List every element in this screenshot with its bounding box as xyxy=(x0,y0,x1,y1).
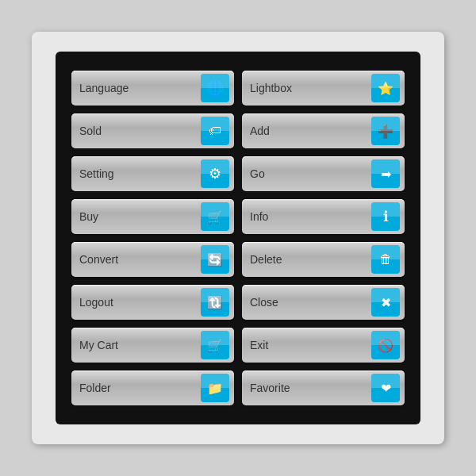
btn-favorite[interactable]: Favorite xyxy=(242,370,405,405)
label-buy: Buy xyxy=(79,210,201,223)
btn-go[interactable]: Go xyxy=(242,156,405,191)
icon-logout xyxy=(201,288,229,317)
label-add: Add xyxy=(250,125,371,137)
btn-logout[interactable]: Logout xyxy=(71,285,234,320)
icon-info xyxy=(371,202,400,231)
label-delete: Delete xyxy=(250,253,371,266)
icon-mycart xyxy=(201,331,229,359)
btn-convert[interactable]: Convert xyxy=(71,242,234,277)
label-info: Info xyxy=(250,210,371,223)
label-go: Go xyxy=(250,167,371,180)
label-convert: Convert xyxy=(79,253,201,266)
inner-panel: LanguageLightboxSoldAddSettingGoBuyInfoC… xyxy=(56,52,420,424)
label-setting: Setting xyxy=(79,167,201,180)
label-favorite: Favorite xyxy=(250,382,371,394)
icon-exit xyxy=(371,331,400,359)
btn-exit[interactable]: Exit xyxy=(242,328,405,363)
button-grid: LanguageLightboxSoldAddSettingGoBuyInfoC… xyxy=(71,71,405,405)
icon-delete xyxy=(371,245,400,274)
btn-sold[interactable]: Sold xyxy=(71,113,234,148)
label-close: Close xyxy=(250,296,371,309)
btn-close[interactable]: Close xyxy=(242,285,405,320)
btn-info[interactable]: Info xyxy=(242,199,405,234)
icon-sold xyxy=(201,117,229,145)
label-language: Language xyxy=(79,82,201,94)
label-folder: Folder xyxy=(79,382,201,394)
label-logout: Logout xyxy=(79,296,201,309)
icon-go xyxy=(371,159,400,188)
label-mycart: My Cart xyxy=(79,339,201,351)
icon-buy xyxy=(201,202,229,231)
btn-language[interactable]: Language xyxy=(71,71,234,106)
btn-lightbox[interactable]: Lightbox xyxy=(242,71,405,106)
btn-folder[interactable]: Folder xyxy=(71,370,234,405)
btn-setting[interactable]: Setting xyxy=(71,156,234,191)
label-sold: Sold xyxy=(79,125,201,137)
btn-buy[interactable]: Buy xyxy=(71,199,234,234)
outer-frame: LanguageLightboxSoldAddSettingGoBuyInfoC… xyxy=(32,32,444,444)
icon-favorite xyxy=(371,374,400,402)
icon-language xyxy=(201,74,229,102)
btn-delete[interactable]: Delete xyxy=(242,242,405,277)
icon-lightbox xyxy=(371,74,400,102)
label-lightbox: Lightbox xyxy=(250,82,371,94)
icon-convert xyxy=(201,245,229,274)
btn-mycart[interactable]: My Cart xyxy=(71,328,234,363)
icon-setting xyxy=(201,159,229,188)
label-exit: Exit xyxy=(250,339,371,351)
icon-folder xyxy=(201,374,229,402)
btn-add[interactable]: Add xyxy=(242,113,405,148)
icon-close xyxy=(371,288,400,317)
icon-add xyxy=(371,117,400,145)
